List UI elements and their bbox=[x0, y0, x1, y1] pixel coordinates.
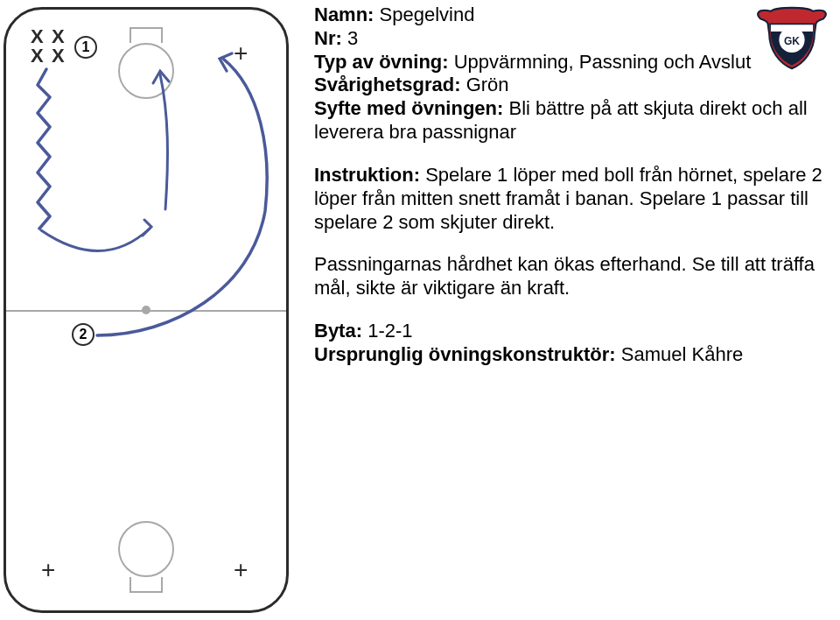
plus-marker: + bbox=[41, 558, 55, 582]
circle-bottom bbox=[118, 521, 174, 577]
author-label: Ursprunglig övningskonstruktör: bbox=[314, 343, 616, 365]
type-label: Typ av övning: bbox=[314, 51, 449, 73]
player-number-2: 2 bbox=[72, 323, 94, 346]
svg-text:GK: GK bbox=[784, 35, 800, 47]
goal-bottom bbox=[130, 577, 163, 593]
plus-marker: + bbox=[234, 41, 248, 66]
court-outline: X X X X 1 + 2 + + bbox=[4, 7, 289, 613]
plus-marker: + bbox=[234, 558, 248, 582]
center-dot bbox=[142, 306, 150, 314]
purpose-label: Syfte med övningen: bbox=[314, 97, 503, 119]
circle-top bbox=[118, 43, 174, 99]
goal-top bbox=[130, 27, 163, 43]
rotation-label: Byta: bbox=[314, 320, 362, 342]
player-marker: X bbox=[31, 46, 44, 66]
title-row: Namn: Spegelvind Nr: 3 Typ av övning: Up… bbox=[314, 4, 831, 144]
name-label: Namn: bbox=[314, 4, 374, 25]
exercise-description: Namn: Spegelvind Nr: 3 Typ av övning: Up… bbox=[302, 0, 840, 620]
instruction-text-2: Passningarnas hårdhet kan ökas efterhand… bbox=[314, 253, 815, 299]
player-marker: X bbox=[31, 27, 44, 46]
name-value: Spegelvind bbox=[380, 4, 475, 25]
player-number-1: 1 bbox=[74, 36, 97, 59]
drill-diagram: X X X X 1 + 2 + + bbox=[0, 0, 302, 620]
type-value: Uppvärmning, Passning och Avslut bbox=[454, 51, 752, 73]
difficulty-label: Svårighetsgrad: bbox=[314, 74, 461, 95]
author-value: Samuel Kåhre bbox=[621, 343, 743, 365]
player-marker: X bbox=[52, 27, 65, 46]
svg-rect-2 bbox=[771, 25, 813, 32]
rotation-value: 1-2-1 bbox=[368, 320, 412, 342]
player-marker: X bbox=[52, 46, 65, 66]
instruction-label: Instruktion: bbox=[314, 164, 420, 186]
number-label: Nr: bbox=[314, 27, 342, 49]
number-value: 3 bbox=[347, 27, 358, 49]
difficulty-value: Grön bbox=[466, 74, 509, 95]
club-logo: GK bbox=[754, 4, 830, 70]
